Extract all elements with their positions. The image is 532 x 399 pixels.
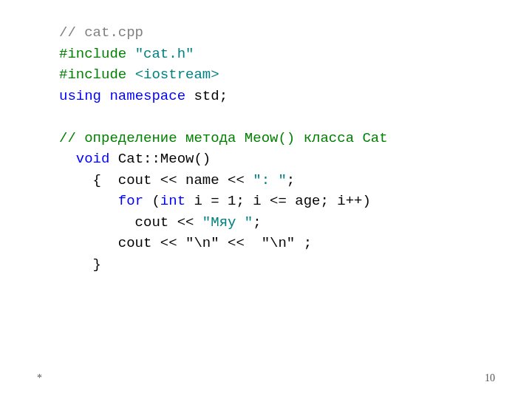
code-line: cout << "\n" << "\n" ; (59, 233, 495, 254)
code-block: // cat.cpp #include "cat.h" #include <io… (0, 0, 532, 275)
code-line-comment: // cat.cpp (59, 22, 495, 44)
code-line: { cout << name << ": "; (59, 170, 495, 191)
slide-footer: * 10 (37, 372, 495, 384)
code-line: void Cat::Meow() (59, 149, 495, 170)
code-line: } (59, 254, 495, 276)
code-line: for (int i = 1; i <= age; i++) (59, 191, 495, 212)
code-line-include: #include <iostream> (59, 64, 495, 86)
code-line-blank (59, 106, 495, 128)
page-number: 10 (485, 372, 495, 384)
footer-marker: * (37, 372, 42, 384)
code-line-include: #include "cat.h" (59, 44, 495, 65)
code-line-using: using namespace std; (59, 86, 495, 107)
code-line-comment: // определение метода Meow() класса Cat (59, 128, 495, 149)
code-line: cout << "Мяу "; (59, 212, 495, 233)
